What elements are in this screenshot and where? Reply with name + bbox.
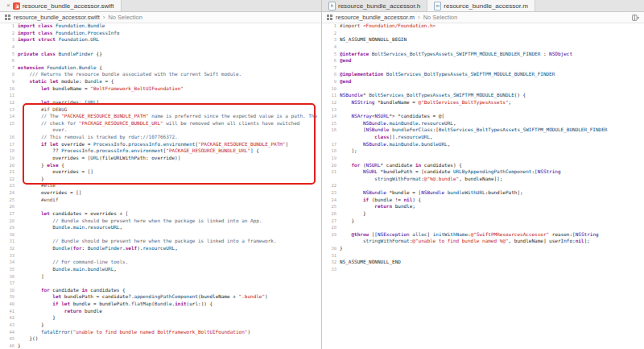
line-number[interactable]: 18 bbox=[322, 147, 340, 155]
code-line[interactable]: 8@implementation BoltServices_BoltTypesA… bbox=[322, 71, 644, 78]
left-code[interactable]: 1import class Foundation.Bundle2import c… bbox=[0, 23, 321, 349]
code-line[interactable]: 23 #else bbox=[0, 182, 321, 189]
code-line[interactable]: 19 overrides = [URL(fileURLWithPath: ove… bbox=[0, 155, 321, 162]
line-number[interactable]: 22 bbox=[322, 182, 340, 189]
code-line[interactable]: 1#import <Foundation/Foundation.h> bbox=[322, 23, 644, 30]
code-line[interactable]: 36 ] bbox=[0, 273, 321, 280]
line-number[interactable]: 23 bbox=[0, 182, 18, 189]
line-number[interactable]: 1 bbox=[322, 23, 340, 30]
code-line[interactable]: class]].resourceURL, bbox=[322, 134, 644, 141]
line-number[interactable]: 42 bbox=[0, 314, 18, 322]
line-number[interactable]: 38 bbox=[0, 287, 18, 294]
code-line[interactable]: 13 #if DEBUG bbox=[0, 106, 321, 114]
code-line[interactable]: stringWithFormat:@"%@.bundle", bundleNam… bbox=[322, 176, 644, 183]
line-number[interactable]: 25 bbox=[322, 203, 340, 210]
line-number[interactable]: 43 bbox=[0, 322, 18, 329]
line-number[interactable]: 28 bbox=[0, 218, 18, 225]
line-number[interactable]: 8 bbox=[322, 71, 340, 78]
line-number[interactable]: 36 bbox=[0, 273, 18, 280]
line-number[interactable]: 33 bbox=[0, 252, 18, 260]
code-line[interactable]: 32 Bundle(for: BundleFinder.self).resour… bbox=[0, 245, 321, 252]
line-number[interactable]: 9 bbox=[322, 78, 340, 85]
related-items-icon[interactable] bbox=[327, 15, 332, 20]
code-line[interactable]: 22 } bbox=[0, 176, 321, 183]
code-line[interactable]: 27 let candidates = overrides + [ bbox=[0, 210, 321, 218]
line-number[interactable]: 34 bbox=[0, 259, 18, 266]
code-line[interactable]: 28 // Bundle should be present here when… bbox=[0, 218, 321, 225]
code-line[interactable]: 16 [NSBundle bundleForClass:[BoltService… bbox=[322, 127, 644, 134]
line-number[interactable]: 29 bbox=[0, 224, 18, 231]
code-line[interactable]: 6@end bbox=[322, 57, 644, 64]
code-line[interactable]: 26 } bbox=[322, 210, 644, 218]
line-number[interactable]: 39 bbox=[0, 293, 18, 301]
line-number[interactable]: 28 bbox=[322, 224, 340, 231]
code-line[interactable]: 43 } bbox=[0, 322, 321, 329]
line-number[interactable] bbox=[322, 176, 340, 183]
line-number[interactable]: 8 bbox=[0, 71, 18, 78]
line-number[interactable]: 2 bbox=[322, 30, 340, 37]
code-line[interactable]: 9 static let module: Bundle = { bbox=[0, 78, 321, 85]
code-line[interactable]: 20 for (NSURL* candidate in candidates) … bbox=[322, 162, 644, 169]
code-line[interactable]: 9@end bbox=[322, 78, 644, 85]
code-line[interactable]: 20 } else { bbox=[0, 162, 321, 169]
code-line[interactable]: 40 if let bundle = bundlePath.flatMap(Bu… bbox=[0, 301, 321, 308]
line-number[interactable]: 33 bbox=[322, 266, 340, 273]
line-number[interactable]: 16 bbox=[322, 127, 340, 134]
code-line[interactable]: 3NS_ASSUME_NONNULL_BEGIN bbox=[322, 36, 644, 44]
code-line[interactable]: 27 } bbox=[322, 218, 644, 225]
line-number[interactable]: 3 bbox=[322, 36, 340, 44]
code-line[interactable]: 32NS_ASSUME_NONNULL_END bbox=[322, 259, 644, 266]
tab-resource-bundle-accessor-swift[interactable]: × resource_bundle_accessor.swift bbox=[0, 0, 122, 11]
line-number[interactable]: 19 bbox=[0, 155, 18, 162]
line-number[interactable]: 15 bbox=[322, 120, 340, 127]
line-number[interactable]: 40 bbox=[0, 301, 18, 308]
line-number[interactable]: 41 bbox=[0, 308, 18, 315]
line-number[interactable]: 11 bbox=[0, 92, 18, 99]
code-line[interactable]: 10 let bundleName = "BoltFramework_BoltU… bbox=[0, 85, 321, 93]
code-line[interactable]: 14 // The "PACKAGE_RESOURCE_BUNDLE_PATH"… bbox=[0, 113, 321, 120]
line-number[interactable]: 5 bbox=[0, 51, 18, 58]
line-number[interactable]: 45 bbox=[0, 335, 18, 343]
line-number[interactable]: 32 bbox=[322, 259, 340, 266]
line-number[interactable]: 37 bbox=[0, 280, 18, 287]
line-number[interactable] bbox=[322, 134, 340, 141]
code-line[interactable]: 29 Bundle.main.resourceURL, bbox=[0, 224, 321, 231]
code-line[interactable]: 13 bbox=[322, 106, 644, 114]
line-number[interactable]: 20 bbox=[322, 162, 340, 169]
code-line[interactable]: 10 bbox=[322, 85, 644, 93]
related-items-icon[interactable] bbox=[5, 15, 10, 20]
code-line[interactable]: 44 fatalError("unable to find bundle nam… bbox=[0, 329, 321, 336]
code-line[interactable]: 24 overrides = [] bbox=[0, 189, 321, 197]
code-line[interactable]: 29 @throw [[NSException alloc] initWithN… bbox=[322, 231, 644, 239]
code-line[interactable]: 34 // For command-line tools. bbox=[0, 259, 321, 266]
line-number[interactable]: 15 bbox=[0, 120, 18, 127]
line-number[interactable]: 26 bbox=[0, 203, 18, 210]
line-number[interactable]: 26 bbox=[322, 210, 340, 218]
line-number[interactable]: 44 bbox=[0, 329, 18, 336]
line-number[interactable]: 19 bbox=[322, 155, 340, 162]
line-number[interactable]: 35 bbox=[0, 266, 18, 273]
code-line[interactable]: 17 if let override = ProcessInfo.process… bbox=[0, 141, 321, 148]
code-line[interactable]: 11 bbox=[0, 92, 321, 99]
code-line[interactable]: 15 // check for "PACKAGE_RESOURCE_BUNDLE… bbox=[0, 120, 321, 127]
code-line[interactable]: stringWithFormat:@"unable to find bundle… bbox=[322, 238, 644, 245]
line-number[interactable]: 11 bbox=[322, 92, 340, 99]
line-number[interactable]: 14 bbox=[322, 113, 340, 120]
line-number[interactable]: 1 bbox=[0, 23, 18, 30]
code-line[interactable]: 11NSBundle* BoltServices_BoltTypesAssets… bbox=[322, 92, 644, 99]
code-line[interactable]: 31 bbox=[322, 252, 644, 260]
line-number[interactable]: 10 bbox=[0, 85, 18, 93]
code-line[interactable]: 46} bbox=[0, 343, 321, 349]
breadcrumb-selection[interactable]: No Selection bbox=[108, 14, 142, 21]
code-line[interactable]: 5@interface BoltServices_BoltTypesAssets… bbox=[322, 51, 644, 58]
line-number[interactable]: 5 bbox=[322, 51, 340, 58]
line-number[interactable]: 6 bbox=[0, 57, 18, 64]
line-number[interactable]: 27 bbox=[0, 210, 18, 218]
code-line[interactable]: 30} bbox=[322, 245, 644, 252]
breadcrumb-file[interactable]: resource_bundle_accessor.swift bbox=[14, 14, 100, 21]
line-number[interactable]: 22 bbox=[0, 176, 18, 183]
code-line[interactable]: 12 NSString *bundleName = @"BoltServices… bbox=[322, 99, 644, 106]
code-line[interactable]: 41 return bundle bbox=[0, 308, 321, 315]
line-number[interactable]: 27 bbox=[322, 218, 340, 225]
code-line[interactable]: 42 } bbox=[0, 314, 321, 322]
